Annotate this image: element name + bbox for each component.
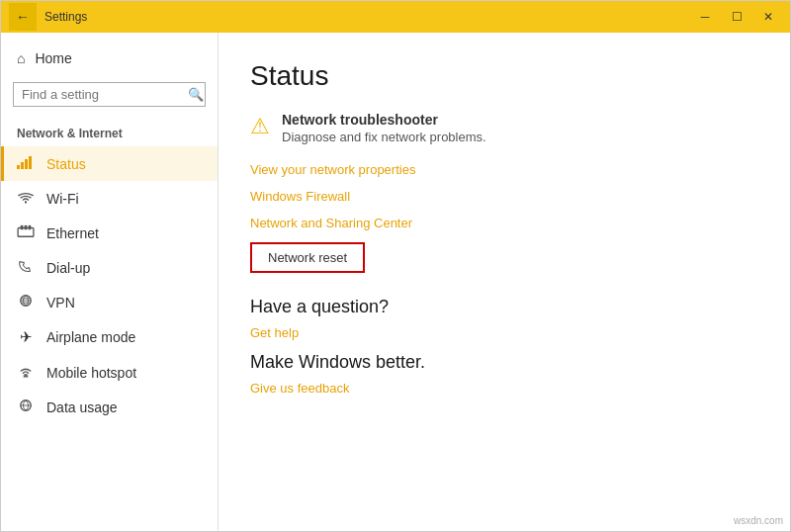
troubleshooter-description: Diagnose and fix network problems. bbox=[282, 130, 486, 144]
back-button[interactable]: ← bbox=[9, 3, 37, 31]
maximize-button[interactable]: ☐ bbox=[723, 3, 750, 31]
hotspot-icon bbox=[17, 364, 35, 381]
wifi-icon bbox=[17, 190, 35, 207]
svg-rect-3 bbox=[29, 156, 32, 169]
svg-rect-1 bbox=[21, 162, 24, 169]
home-label: Home bbox=[35, 50, 71, 66]
svg-point-13 bbox=[25, 375, 28, 378]
status-icon bbox=[17, 155, 35, 172]
sidebar-item-ethernet[interactable]: Ethernet bbox=[1, 216, 218, 250]
airplane-icon: ✈ bbox=[17, 328, 35, 346]
sidebar-item-dialup[interactable]: Dial-up bbox=[1, 250, 218, 285]
sidebar-section-title: Network & Internet bbox=[1, 119, 218, 146]
svg-rect-0 bbox=[17, 165, 20, 169]
sidebar-item-airplane[interactable]: ✈ Airplane mode bbox=[1, 319, 218, 355]
window-controls: ─ ☐ ✕ bbox=[691, 3, 782, 31]
page-title: Status bbox=[250, 60, 758, 92]
sidebar-item-dialup-label: Dial-up bbox=[46, 260, 90, 276]
dialup-icon bbox=[17, 259, 35, 276]
sidebar-item-data[interactable]: Data usage bbox=[1, 390, 218, 424]
sidebar-item-wifi-label: Wi-Fi bbox=[46, 191, 79, 207]
svg-rect-6 bbox=[21, 225, 24, 229]
search-input[interactable] bbox=[22, 87, 188, 102]
troubleshooter-section: ⚠ Network troubleshooter Diagnose and fi… bbox=[250, 112, 758, 144]
sidebar-item-status-label: Status bbox=[46, 156, 86, 172]
close-button[interactable]: ✕ bbox=[754, 3, 782, 31]
network-reset-button[interactable]: Network reset bbox=[250, 242, 365, 273]
sidebar-item-airplane-label: Airplane mode bbox=[46, 329, 135, 345]
search-icon: 🔍 bbox=[188, 87, 204, 102]
search-box: 🔍 bbox=[13, 82, 206, 107]
have-question-heading: Have a question? bbox=[250, 297, 758, 317]
sidebar-item-ethernet-label: Ethernet bbox=[46, 225, 99, 241]
main-content: Status ⚠ Network troubleshooter Diagnose… bbox=[219, 33, 790, 531]
svg-rect-8 bbox=[29, 225, 32, 229]
sidebar-item-hotspot-label: Mobile hotspot bbox=[46, 365, 136, 381]
sidebar-item-home[interactable]: ⌂ Home bbox=[1, 41, 218, 76]
get-help-link[interactable]: Get help bbox=[250, 325, 758, 340]
view-network-properties-link[interactable]: View your network properties bbox=[250, 162, 758, 177]
windows-firewall-link[interactable]: Windows Firewall bbox=[250, 189, 758, 204]
feedback-link[interactable]: Give us feedback bbox=[250, 381, 758, 396]
vpn-icon bbox=[17, 294, 35, 310]
sidebar-item-vpn[interactable]: VPN bbox=[1, 285, 218, 319]
sidebar: ⌂ Home 🔍 Network & Internet bbox=[1, 33, 219, 531]
sidebar-item-wifi[interactable]: Wi-Fi bbox=[1, 181, 218, 216]
make-better-heading: Make Windows better. bbox=[250, 352, 758, 373]
ethernet-icon bbox=[17, 224, 35, 241]
titlebar: ← Settings ─ ☐ ✕ bbox=[1, 1, 790, 33]
sharing-center-link[interactable]: Network and Sharing Center bbox=[250, 216, 758, 230]
svg-rect-2 bbox=[25, 159, 28, 169]
warning-icon: ⚠ bbox=[250, 114, 270, 139]
troubleshooter-heading: Network troubleshooter bbox=[282, 112, 486, 128]
minimize-button[interactable]: ─ bbox=[691, 3, 719, 31]
watermark: wsxdn.com bbox=[734, 515, 783, 526]
window-title: Settings bbox=[44, 10, 87, 24]
sidebar-item-hotspot[interactable]: Mobile hotspot bbox=[1, 355, 218, 390]
svg-point-4 bbox=[25, 201, 27, 203]
svg-rect-7 bbox=[25, 225, 28, 229]
sidebar-item-vpn-label: VPN bbox=[46, 295, 75, 310]
data-icon bbox=[17, 399, 35, 415]
sidebar-item-status[interactable]: Status bbox=[1, 146, 218, 181]
sidebar-item-data-label: Data usage bbox=[46, 399, 118, 415]
home-icon: ⌂ bbox=[17, 50, 25, 66]
